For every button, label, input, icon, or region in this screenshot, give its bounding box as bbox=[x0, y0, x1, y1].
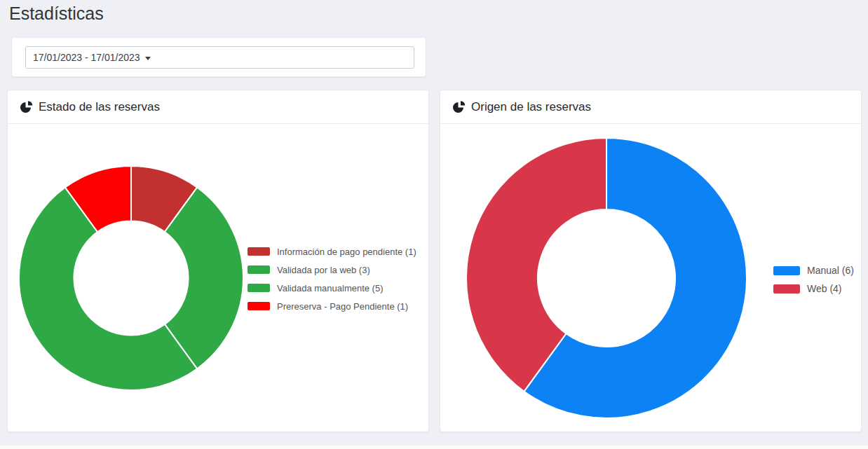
donut-chart bbox=[463, 134, 750, 422]
legend-item[interactable]: Manual (6) bbox=[773, 261, 854, 279]
date-range-picker[interactable]: 17/01/2023 - 17/01/2023 bbox=[25, 46, 414, 69]
legend-swatch bbox=[773, 284, 800, 293]
legend-item[interactable]: Validada manualmente (5) bbox=[247, 279, 416, 297]
legend-item[interactable]: Información de pago pendiente (1) bbox=[247, 242, 416, 261]
legend-swatch bbox=[247, 284, 270, 292]
card-body: Información de pago pendiente (1)Validad… bbox=[8, 124, 428, 432]
legend-swatch bbox=[773, 266, 800, 275]
bottom-strip bbox=[0, 445, 868, 449]
card-estado-reservas: Estado de las reservas Información de pa… bbox=[7, 90, 429, 432]
legend-label: Validada por la web (3) bbox=[277, 265, 370, 275]
card-origen-reservas: Origen de las reservas Manual (6)Web (4) bbox=[440, 90, 862, 432]
chart-legend: Manual (6)Web (4) bbox=[773, 261, 854, 298]
legend-label: Manual (6) bbox=[807, 265, 854, 276]
legend-label: Información de pago pendiente (1) bbox=[277, 247, 416, 257]
caret-down-icon bbox=[145, 57, 151, 60]
page-title: Estadísticas bbox=[9, 2, 104, 25]
legend-label: Web (4) bbox=[807, 283, 842, 294]
chart-legend: Información de pago pendiente (1)Validad… bbox=[247, 242, 416, 315]
card-header: Origen de las reservas bbox=[440, 90, 861, 124]
legend-label: Prereserva - Pago Pendiente (1) bbox=[277, 301, 408, 312]
card-title: Estado de las reservas bbox=[39, 100, 160, 114]
date-filter-card: 17/01/2023 - 17/01/2023 bbox=[11, 37, 426, 77]
legend-swatch bbox=[247, 265, 270, 274]
pie-chart-icon bbox=[20, 101, 33, 113]
legend-item[interactable]: Prereserva - Pago Pendiente (1) bbox=[247, 297, 416, 315]
card-body: Manual (6)Web (4) bbox=[440, 124, 861, 432]
legend-item[interactable]: Validada por la web (3) bbox=[247, 261, 416, 279]
date-range-value: 17/01/2023 - 17/01/2023 bbox=[33, 52, 140, 63]
legend-swatch bbox=[247, 302, 270, 310]
legend-swatch bbox=[247, 247, 270, 256]
pie-chart-icon bbox=[453, 101, 466, 113]
donut-chart bbox=[12, 159, 250, 397]
card-title: Origen de las reservas bbox=[471, 100, 591, 114]
legend-label: Validada manualmente (5) bbox=[277, 283, 384, 293]
card-header: Estado de las reservas bbox=[8, 90, 428, 124]
legend-item[interactable]: Web (4) bbox=[773, 279, 854, 298]
